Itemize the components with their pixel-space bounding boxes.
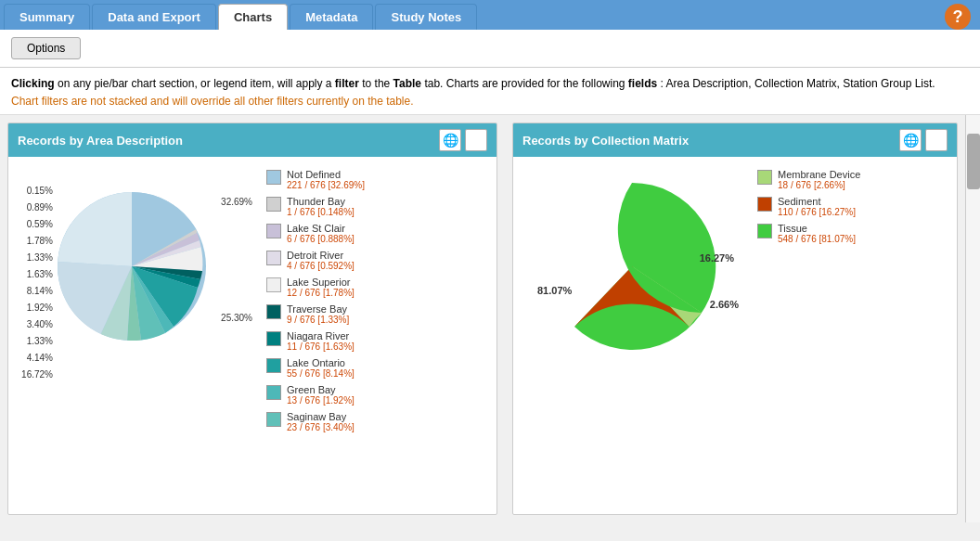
help-button[interactable]: ?: [945, 4, 971, 30]
app-container: Summary Data and Export Charts Metadata …: [0, 0, 980, 522]
chart2-icon-table[interactable]: ▦: [925, 129, 948, 151]
legend-color-niagara-river: [266, 331, 281, 346]
tabs-bar: Summary Data and Export Charts Metadata …: [0, 0, 980, 30]
legend-color-lake-superior: [266, 277, 281, 292]
legend-item-not-defined[interactable]: Not Defined 221 / 676 [32.69%]: [266, 169, 489, 190]
legend-item-lake-st-clair[interactable]: Lake St Clair 6 / 676 [0.888%]: [266, 223, 489, 244]
legend-color-tissue: [757, 224, 772, 238]
legend-item-tissue[interactable]: Tissue 548 / 676 [81.07%]: [757, 223, 949, 244]
legend-item-saginaw-bay[interactable]: Saginaw Bay 23 / 676 [3.40%]: [266, 411, 489, 432]
legend-color-thunder-bay: [266, 197, 281, 212]
scrollbar-thumb[interactable]: [967, 134, 980, 189]
chart-collection-matrix: Records by Collection Matrix 🌐 ▦: [512, 122, 958, 515]
chart1-title: Records by Area Description: [18, 134, 183, 148]
chart2-icon-globe[interactable]: 🌐: [899, 129, 922, 151]
legend-item-green-bay[interactable]: Green Bay 13 / 676 [1.92%]: [266, 384, 489, 406]
clicking-text: Clicking: [11, 77, 55, 90]
scrollbar[interactable]: [965, 115, 980, 522]
legend-item-traverse-bay[interactable]: Traverse Bay 9 / 676 [1.33%]: [266, 303, 489, 325]
legend-color-detroit-river: [266, 251, 281, 265]
tab-charts[interactable]: Charts: [218, 4, 288, 30]
legend-item-sediment[interactable]: Sediment 110 / 676 [16.27%]: [757, 196, 949, 217]
chart2-pct-membrane: 2.66%: [710, 299, 739, 310]
chart1-header: Records by Area Description 🌐 ▦: [8, 123, 496, 157]
chart1-body: 0.15% 0.89% 0.59% 1.78% 1.33% 1.63% 8.14…: [8, 157, 496, 514]
chart2-pct-sediment: 16.27%: [700, 252, 734, 264]
legend-color-traverse-bay: [266, 304, 281, 319]
chart-area-description: Records by Area Description 🌐 ▦ 0.15% 0.…: [7, 122, 497, 515]
chart2-pct-tissue: 81.07%: [537, 285, 572, 296]
options-button[interactable]: Options: [11, 37, 81, 59]
chart1-pct-right-top: 32.69%: [221, 197, 252, 207]
legend-color-not-defined: [266, 170, 281, 185]
legend-item-detroit-river[interactable]: Detroit River 4 / 676 [0.592%]: [266, 250, 489, 271]
legend-color-saginaw-bay: [266, 412, 281, 427]
chart2-title: Records by Collection Matrix: [522, 134, 689, 148]
legend-item-niagara-river[interactable]: Niagara River 11 / 676 [1.63%]: [266, 330, 489, 352]
info-line2: Chart filters are not stacked and will o…: [11, 93, 969, 110]
chart1-pct-right-bottom: 25.30%: [221, 313, 252, 323]
chart2-legend: Membrane Device 18 / 676 [2.66%] Sedimen…: [743, 164, 949, 480]
chart2-svg: [521, 164, 743, 368]
info-text: Clicking on any pie/bar chart section, o…: [0, 68, 980, 115]
chart2-header: Records by Collection Matrix 🌐 ▦: [513, 123, 957, 157]
legend-item-membrane[interactable]: Membrane Device 18 / 676 [2.66%]: [757, 169, 949, 190]
legend-item-lake-ontario[interactable]: Lake Ontario 55 / 676 [8.14%]: [266, 357, 489, 379]
info-line1: Clicking on any pie/bar chart section, o…: [11, 75, 969, 93]
legend-color-membrane: [757, 170, 772, 185]
main-content: Records by Area Description 🌐 ▦ 0.15% 0.…: [0, 115, 980, 522]
legend-item-lake-superior[interactable]: Lake Superior 12 / 676 [1.78%]: [266, 277, 489, 298]
chart1-icon-globe[interactable]: 🌐: [439, 129, 461, 151]
tab-summary[interactable]: Summary: [4, 4, 90, 30]
legend-item-thunder-bay[interactable]: Thunder Bay 1 / 676 [0.148%]: [266, 196, 489, 217]
tab-metadata[interactable]: Metadata: [290, 4, 373, 30]
chart2-icons: 🌐 ▦: [899, 129, 948, 151]
legend-color-lake-st-clair: [266, 224, 281, 238]
chart1-icon-table[interactable]: ▦: [465, 129, 487, 151]
tab-data-export[interactable]: Data and Export: [92, 4, 216, 30]
legend-color-sediment: [757, 197, 772, 212]
options-panel: Options: [0, 30, 980, 68]
legend-color-lake-ontario: [266, 358, 281, 373]
chart2-slice-tissue[interactable]: [574, 183, 716, 350]
chart1-svg: [58, 164, 206, 368]
chart1-legend: Not Defined 221 / 676 [32.69%] Thunder B…: [257, 164, 489, 480]
chart2-body: 81.07% 16.27% 2.66% Membrane Device 18 /…: [513, 157, 957, 514]
chart1-pct-left: 0.15% 0.89% 0.59% 1.78% 1.33% 1.63% 8.14…: [16, 183, 53, 383]
chart1-icons: 🌐 ▦: [439, 129, 487, 151]
tab-study-notes[interactable]: Study Notes: [375, 4, 477, 30]
legend-color-green-bay: [266, 385, 281, 400]
